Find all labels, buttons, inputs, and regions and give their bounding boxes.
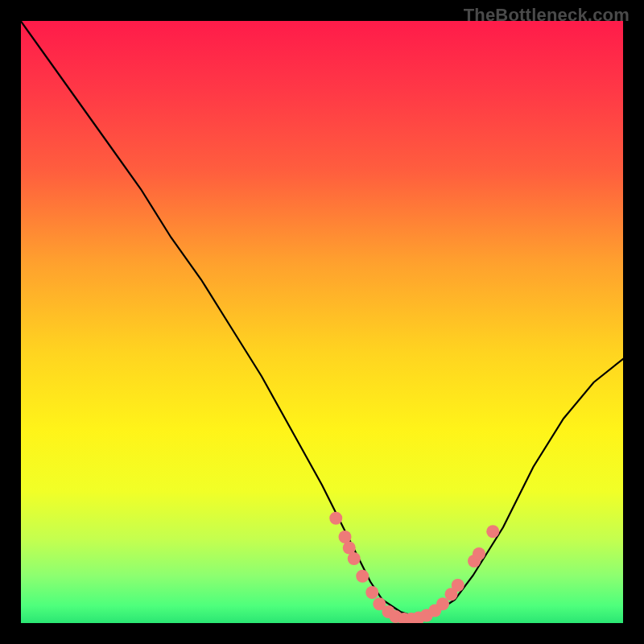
marker-dot [486, 525, 499, 538]
marker-dot [348, 552, 361, 565]
marker-dot [329, 512, 342, 525]
bottleneck-chart [0, 0, 644, 644]
marker-dot [436, 597, 449, 610]
marker-dot [473, 547, 485, 560]
marker-dot [365, 586, 378, 599]
watermark-text: TheBottleneck.com [464, 5, 630, 26]
marker-dot [452, 579, 464, 592]
marker-dot [356, 570, 369, 583]
stage: TheBottleneck.com [0, 0, 644, 644]
plot-background [20, 20, 624, 624]
